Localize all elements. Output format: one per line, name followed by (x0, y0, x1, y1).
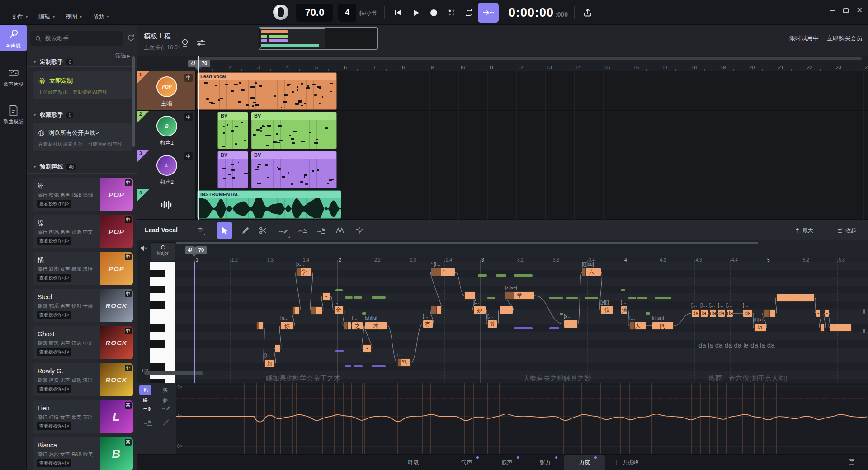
time-signature-badge[interactable]: 4/ (185, 246, 195, 254)
pitch-eraser-tool[interactable] (314, 222, 329, 239)
piano-keyboard[interactable] (150, 262, 175, 383)
black-key[interactable] (150, 286, 165, 293)
note--[interactable]: - (500, 306, 513, 314)
voice-card-绯[interactable]: 绯流行 松弛 男声 R&B 慵懒查看授权许可>POP中 (33, 178, 133, 211)
track-header-instrumental[interactable]: 4 (137, 189, 196, 219)
note-骂[interactable]: 骂 (397, 358, 411, 367)
skip-to-start-button[interactable] (391, 6, 405, 19)
note-妙[interactable]: 妙 (473, 306, 486, 314)
note-如[interactable]: 如 (264, 359, 275, 367)
editor-hscrollbar[interactable] (176, 242, 758, 244)
license-link[interactable]: 查看授权许可> (37, 200, 71, 208)
note-三[interactable]: 三 (564, 320, 578, 328)
playhead[interactable] (198, 56, 199, 220)
note-六[interactable]: 六 (582, 268, 601, 276)
clip-bv[interactable]: BV (251, 112, 337, 149)
voice-card-Lien[interactable]: Lien流行 抒情 女声 欧美 英语查看授权许可>L英 (33, 400, 133, 433)
track-avatar[interactable]: B (156, 116, 177, 136)
arrangement-hscrollbar[interactable] (197, 57, 862, 60)
note-da[interactable]: da (709, 309, 717, 317)
play-button[interactable] (409, 6, 423, 19)
note-算[interactable]: 算 (487, 320, 497, 328)
voice-card-Rowly G.[interactable]: Rowly G.摇滚 厚实 男声 成熟 汉语查看授权许可>ROCK中 (33, 363, 133, 396)
menu-1[interactable]: 文件▼ (11, 13, 28, 21)
param-bottom-tab-力度[interactable]: 力度 (579, 459, 590, 466)
collapse-editor-button[interactable]: 收起 (837, 227, 856, 235)
note[interactable] (431, 306, 442, 314)
black-key[interactable] (150, 340, 165, 348)
record-button[interactable] (427, 6, 440, 19)
rail-tab-1[interactable]: AI声线 (0, 25, 27, 51)
param-bottom-tab-共振峰[interactable]: 共振峰 (623, 459, 639, 466)
maximize-editor-button[interactable]: 最大 (795, 227, 813, 235)
beats-per-bar-value[interactable]: 4 (338, 4, 356, 22)
editor-ruler[interactable]: 11.21.31.422.22.32.433.23.33.444.24.34.4… (175, 240, 868, 262)
editor-vscrollbar[interactable] (863, 329, 865, 333)
note[interactable] (256, 322, 264, 330)
refresh-icon[interactable] (127, 34, 135, 42)
black-key[interactable] (150, 270, 165, 277)
track-header-主唱[interactable]: 1中POP主唱 (137, 71, 196, 110)
rail-tab-3[interactable]: 歌曲模版 (0, 101, 27, 127)
scissors-tool[interactable] (255, 222, 271, 239)
note--[interactable]: - (816, 309, 821, 317)
track-avatar[interactable]: L (156, 155, 177, 176)
pitch-brush-tool[interactable] (295, 222, 311, 239)
search-input[interactable]: 搜索歌手 (30, 31, 123, 46)
license-link[interactable]: 查看授权许可> (37, 422, 71, 430)
editor-vscrollbar[interactable] (863, 309, 865, 314)
time-signature-badge[interactable]: 4/ (188, 60, 198, 67)
note-之[interactable]: 之 (352, 322, 363, 330)
collapse-panel-icon[interactable] (849, 458, 855, 465)
select-tool[interactable] (217, 222, 232, 239)
note-术[interactable]: 术 (365, 322, 387, 330)
note--[interactable]: - (464, 291, 476, 300)
note--[interactable]: - (363, 344, 372, 352)
customize-now-card[interactable]: 立即定制 上传歌声数据，定制您的AI声线 (33, 71, 132, 99)
key-signature-box[interactable]: C Major (151, 242, 175, 261)
maximize-button[interactable] (843, 8, 849, 13)
param-tab-2[interactable]: 实参 (159, 385, 171, 395)
track-header-和声2[interactable]: 3中L和声2 (137, 150, 196, 189)
count-in-icon[interactable] (445, 6, 458, 19)
voice-card-Steel[interactable]: Steel摇滚 韩系 男声 锐利 干燥查看授权许可>ROCK中 (33, 289, 133, 322)
license-link[interactable]: 查看授权许可> (37, 348, 71, 356)
note-da[interactable]: da (691, 309, 700, 317)
track-avatar[interactable]: POP (156, 76, 177, 97)
note-学[interactable]: 学 (505, 291, 534, 300)
tempo-value[interactable]: 70.0 (296, 4, 333, 22)
tempo-badge[interactable]: 70 (198, 60, 210, 67)
project-minimap[interactable] (259, 27, 378, 50)
note--[interactable]: - (830, 324, 852, 332)
pitch-pen-tool[interactable] (276, 222, 291, 239)
black-key[interactable] (150, 363, 165, 371)
tuner-icon[interactable] (181, 38, 189, 47)
browse-public-voices-card[interactable]: 浏览所有公开声线> 在素材社区探索共创、可商用的AI声线 (33, 123, 132, 151)
clip-lead-vocal[interactable]: Lead Vocal (197, 72, 337, 110)
note-有[interactable]: 有 (423, 320, 433, 328)
language-badge[interactable]: 中 (198, 226, 203, 234)
voice-card-Ghost[interactable]: Ghost摇滚 暗黑 男声 汉语 中文查看授权许可>ROCK中 (33, 326, 133, 359)
license-link[interactable]: 查看授权许可> (37, 237, 71, 245)
note-驰[interactable]: 驰 (621, 306, 627, 314)
menu-2[interactable]: 编辑▼ (38, 13, 56, 21)
license-link[interactable]: 查看授权许可> (37, 385, 71, 393)
clip-bv[interactable]: BV (217, 112, 248, 149)
license-link[interactable]: 查看授权许可> (37, 311, 71, 319)
note-学[interactable]: 学 (296, 268, 312, 276)
vibrato-tool[interactable] (352, 222, 367, 239)
editor-playhead[interactable] (194, 262, 195, 383)
menu-3[interactable]: 视图▼ (66, 13, 83, 21)
black-key[interactable] (150, 379, 165, 383)
track-header-和声1[interactable]: 2中B和声1 (137, 111, 196, 150)
note[interactable] (292, 306, 300, 315)
rail-tab-2[interactable]: 歌声片段 (0, 63, 27, 89)
speaker-icon[interactable] (140, 245, 147, 252)
note[interactable] (763, 309, 776, 317)
note-grid[interactable]: 如[r…你[n…学[x…-帝…之[…-术[sh][u]骂[…有[…了* [l…-… (175, 262, 868, 383)
note--[interactable]: - (776, 294, 815, 302)
param-bottom-tab-呼吸[interactable]: 呼吸 (408, 459, 419, 466)
param-bottom-tab-张力[interactable]: 张力 (540, 459, 551, 466)
minimap-viewport[interactable] (260, 28, 326, 48)
note[interactable] (344, 322, 351, 330)
